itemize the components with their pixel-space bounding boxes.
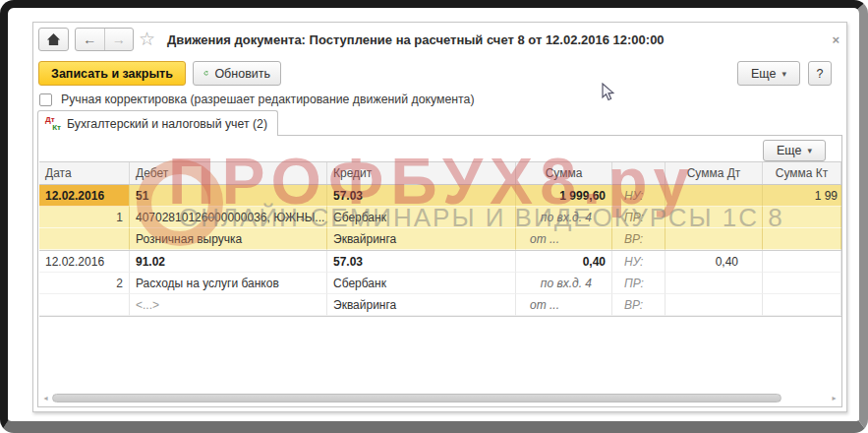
close-icon[interactable]: × bbox=[832, 32, 839, 47]
scroll-left-icon[interactable]: ◂ bbox=[41, 393, 50, 403]
more-label: Еще bbox=[751, 67, 776, 81]
tab-label: Бухгалтерский и налоговый учет (2) bbox=[67, 117, 267, 131]
col-sum-dt: Сумма Дт bbox=[665, 162, 763, 184]
cell-pr-label: ПР: bbox=[612, 207, 665, 228]
cell-nu-label: НУ: bbox=[612, 185, 665, 207]
col-sum: Сумма bbox=[516, 162, 612, 184]
mouse-cursor-icon bbox=[602, 83, 615, 101]
cell-debit-sub1: 40702810126000000036, ЮЖНЫ... bbox=[130, 207, 327, 228]
cell-sum-kt: 1 99 bbox=[763, 185, 841, 207]
more-button-top[interactable]: Еще ▾ bbox=[737, 61, 800, 86]
refresh-label: Обновить bbox=[214, 67, 270, 81]
cell-sum: 0,40 bbox=[516, 251, 612, 273]
cell-row-number: 1 bbox=[39, 207, 130, 228]
more-table-label: Еще bbox=[777, 144, 801, 157]
history-nav: ← → bbox=[75, 28, 134, 51]
tab-accounting-tax[interactable]: Дт Кт Бухгалтерский и налоговый учет (2) bbox=[37, 110, 278, 136]
cell-sum-kt bbox=[763, 251, 841, 273]
help-button[interactable]: ? bbox=[808, 61, 832, 86]
app-window: ← → ☆ Движения документа: Поступление на… bbox=[32, 22, 847, 412]
cell-credit-account: 57.03 bbox=[327, 185, 516, 207]
cell-debit-sub2: Розничная выручка bbox=[130, 228, 327, 250]
back-button[interactable]: ← bbox=[76, 29, 105, 50]
home-button[interactable] bbox=[38, 28, 69, 51]
col-debit: Дебет bbox=[130, 162, 327, 184]
movements-panel: Еще ▾ Дата Дебет Кредит Сумма Сумма Дт С… bbox=[37, 135, 842, 407]
home-icon bbox=[46, 32, 61, 46]
cell-pr-label: ПР: bbox=[612, 273, 665, 294]
cell-credit-sub2: Эквайринга bbox=[327, 294, 516, 316]
cell-sum-note2: от ... bbox=[516, 294, 612, 316]
cell-sum-note2: от ... bbox=[516, 228, 612, 250]
horizontal-scrollbar: ◂ ▸ bbox=[41, 393, 839, 403]
cell-debit-account: 51 bbox=[130, 185, 327, 207]
refresh-button[interactable]: Обновить bbox=[193, 61, 281, 86]
cell-date: 12.02.2016 bbox=[39, 185, 130, 207]
col-credit: Кредит bbox=[327, 162, 516, 184]
window-title: Движения документа: Поступление на расче… bbox=[167, 32, 665, 47]
cell-debit-sub1: Расходы на услуги банков bbox=[130, 273, 327, 294]
cell-vr-label: ВР: bbox=[612, 294, 665, 316]
col-tax bbox=[612, 162, 665, 184]
movements-table: Дата Дебет Кредит Сумма Сумма Дт Сумма К… bbox=[39, 161, 841, 317]
cell-date: 12.02.2016 bbox=[39, 251, 130, 273]
save-and-close-button[interactable]: Записать и закрыть bbox=[38, 61, 186, 86]
cell-sum-dt bbox=[665, 185, 763, 207]
cell-sum-note1: по вх.д. 4 bbox=[516, 273, 612, 294]
manual-adjustment-row: Ручная корректировка (разрешает редактир… bbox=[39, 93, 475, 106]
cell-credit-sub1: Сбербанк bbox=[327, 207, 516, 228]
manual-adjustment-checkbox[interactable] bbox=[39, 93, 52, 106]
cell-debit-sub2: <...> bbox=[130, 294, 327, 316]
scroll-right-icon[interactable]: ▸ bbox=[830, 393, 839, 403]
table-row-group-1[interactable]: 12.02.2016 51 57.03 1 999,60 НУ: 1 99 1 … bbox=[39, 185, 840, 251]
cell-sum-dt: 0,40 bbox=[665, 251, 763, 273]
cell-sum-note1: по вх.д. 4 bbox=[516, 207, 612, 228]
manual-adjustment-label: Ручная корректировка (разрешает редактир… bbox=[61, 93, 475, 106]
col-sum-kt: Сумма Кт bbox=[763, 162, 841, 184]
cell-vr-label: ВР: bbox=[612, 228, 665, 250]
dt-kt-icon: Дт Кт bbox=[45, 116, 61, 131]
chevron-down-icon: ▾ bbox=[781, 69, 786, 79]
chevron-down-icon: ▾ bbox=[807, 146, 812, 155]
table-header: Дата Дебет Кредит Сумма Сумма Дт Сумма К… bbox=[39, 162, 840, 185]
cell-credit-account: 57.03 bbox=[327, 251, 516, 273]
screenshot-canvas: ← → ☆ Движения документа: Поступление на… bbox=[0, 0, 868, 433]
cell-credit-sub1: Сбербанк bbox=[327, 273, 516, 294]
favorite-star-icon[interactable]: ☆ bbox=[139, 30, 155, 49]
cell-row-number: 2 bbox=[39, 273, 130, 294]
table-row-group-2[interactable]: 12.02.2016 91.02 57.03 0,40 НУ: 0,40 2 Р… bbox=[39, 251, 840, 317]
cell-nu-label: НУ: bbox=[612, 251, 665, 273]
cell-sum: 1 999,60 bbox=[516, 185, 612, 207]
refresh-icon bbox=[203, 67, 208, 80]
cell-debit-account: 91.02 bbox=[130, 251, 327, 273]
scrollbar-thumb[interactable] bbox=[52, 394, 781, 402]
forward-button[interactable]: → bbox=[105, 29, 134, 50]
cell-credit-sub2: Эквайринга bbox=[327, 228, 516, 250]
col-date: Дата bbox=[39, 162, 130, 184]
more-button-table[interactable]: Еще ▾ bbox=[763, 140, 826, 161]
